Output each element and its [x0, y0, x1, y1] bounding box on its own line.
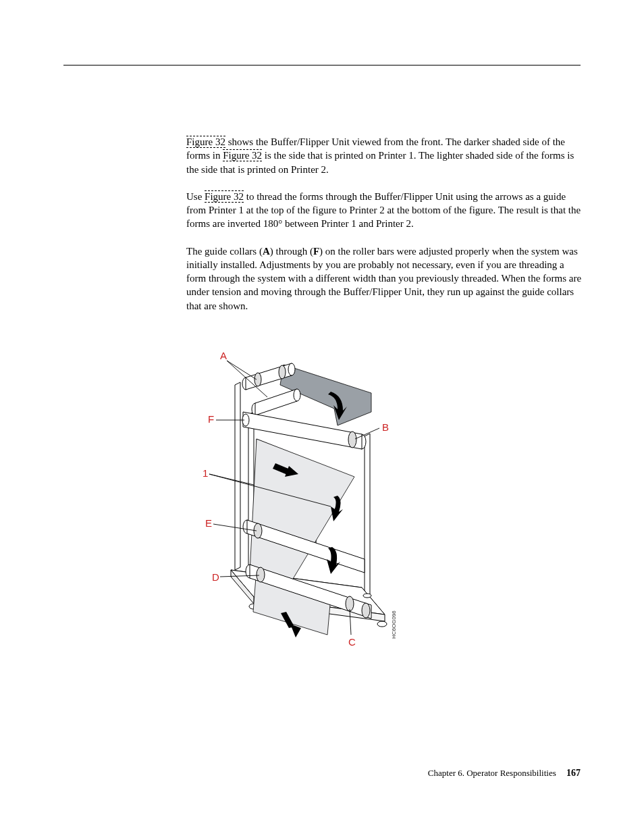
- callout-E: E: [205, 517, 212, 529]
- svg-point-2: [363, 594, 371, 598]
- svg-point-5: [254, 373, 261, 386]
- buffer-flipper-diagram: A B C D E F 1 HC6OG096: [196, 344, 405, 648]
- p3-t0: The guide collars (: [186, 246, 263, 257]
- footer-page-number: 167: [566, 768, 581, 778]
- callout-D: D: [212, 571, 219, 583]
- callout-B: B: [382, 421, 389, 433]
- svg-point-6: [279, 365, 286, 379]
- svg-point-16: [362, 603, 370, 618]
- label-F-bold: F: [313, 246, 319, 257]
- svg-point-15: [257, 567, 265, 582]
- label-A-bold: A: [263, 246, 270, 257]
- paragraph-2: Use Figure 32 to thread the forms throug…: [186, 190, 583, 231]
- footer-chapter: Chapter 6. Operator Responsibilities: [428, 768, 556, 778]
- page-footer: Chapter 6. Operator Responsibilities 167: [428, 767, 581, 780]
- body-text-column: Figure 32 shows the Buffer/Flipper Unit …: [186, 135, 583, 313]
- p2-t1: to thread the forms through the Buffer/F…: [186, 191, 581, 230]
- figure-32-link-b[interactable]: Figure 32: [223, 149, 262, 161]
- svg-point-4: [288, 363, 295, 375]
- figure-code: HC6OG096: [391, 610, 397, 639]
- svg-line-18: [227, 361, 257, 380]
- header-rule: [63, 65, 581, 66]
- svg-point-10: [348, 432, 356, 448]
- callout-C: C: [348, 636, 356, 648]
- callout-F: F: [208, 413, 214, 425]
- svg-point-8: [294, 389, 300, 401]
- figure-32-link[interactable]: Figure 32: [186, 136, 225, 148]
- paragraph-3: The guide collars (A) through (F) on the…: [186, 244, 583, 313]
- callout-1: 1: [203, 467, 208, 479]
- svg-point-1: [377, 621, 387, 627]
- svg-point-17: [346, 596, 354, 611]
- figure-32-link-c[interactable]: Figure 32: [205, 190, 244, 203]
- figure-32: A B C D E F 1 HC6OG096: [186, 344, 583, 648]
- callout-A: A: [220, 350, 227, 361]
- p2-t0: Use: [186, 191, 205, 202]
- p3-t1: ) through (: [270, 246, 313, 257]
- paragraph-1: Figure 32 shows the Buffer/Flipper Unit …: [186, 135, 583, 176]
